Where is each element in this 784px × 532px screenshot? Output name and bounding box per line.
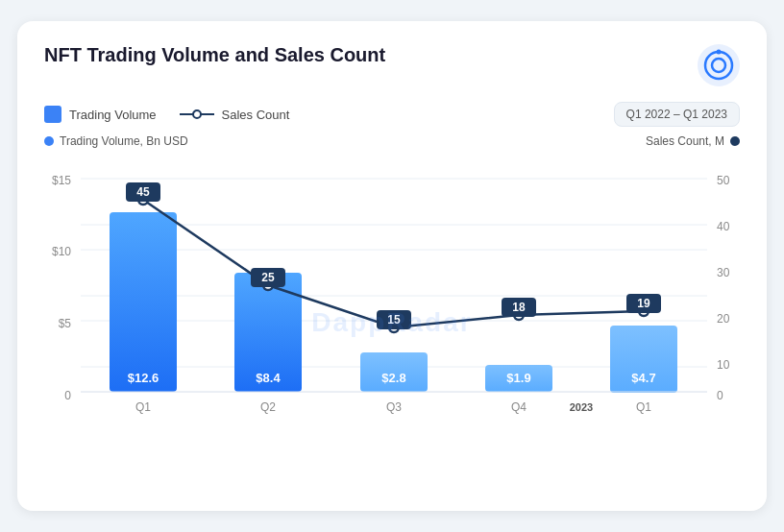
svg-text:20: 20 — [717, 312, 730, 326]
sub-legend-right: Sales Count, M — [646, 134, 740, 148]
sales-line — [143, 200, 644, 327]
svg-point-5 — [193, 110, 201, 118]
date-range-badge[interactable]: Q1 2022 – Q1 2023 — [614, 102, 740, 127]
svg-text:$4.7: $4.7 — [631, 371, 655, 385]
legend-row: Trading Volume Sales Count Q1 2022 – Q1 … — [44, 102, 740, 127]
svg-text:$15: $15 — [52, 174, 71, 187]
svg-text:$8.4: $8.4 — [256, 371, 281, 385]
dappradar-logo — [698, 44, 740, 86]
svg-text:Q1: Q1 — [135, 400, 151, 414]
legend-sales-count: Sales Count — [180, 107, 290, 122]
svg-text:$5: $5 — [59, 317, 72, 330]
sub-legend-right-label: Sales Count, M — [646, 134, 724, 148]
svg-text:50: 50 — [717, 174, 730, 187]
svg-text:$10: $10 — [52, 245, 71, 258]
legend-trading-volume-label: Trading Volume — [69, 108, 157, 122]
dot-dark-icon — [730, 136, 740, 146]
svg-text:40: 40 — [717, 220, 730, 233]
legend-line-icon — [180, 107, 214, 122]
svg-text:Q1: Q1 — [636, 400, 651, 414]
svg-text:19: 19 — [637, 297, 650, 310]
sub-legend-left: Trading Volume, Bn USD — [44, 134, 188, 148]
chart-title: NFT Trading Volume and Sales Count — [44, 44, 385, 66]
svg-text:$2.8: $2.8 — [381, 371, 405, 385]
sub-legend-left-label: Trading Volume, Bn USD — [60, 134, 188, 148]
chart-svg: $15 $10 $5 0 50 40 30 20 10 0 — [44, 159, 740, 486]
legend-sales-count-label: Sales Count — [222, 108, 290, 122]
svg-text:Q2: Q2 — [260, 400, 276, 414]
chart-card: NFT Trading Volume and Sales Count Tradi… — [17, 21, 767, 511]
legend-box-blue — [44, 106, 61, 123]
bar-q1 — [110, 212, 177, 392]
chart-header: NFT Trading Volume and Sales Count — [44, 44, 740, 86]
svg-text:2023: 2023 — [570, 401, 593, 413]
svg-text:18: 18 — [512, 301, 526, 314]
svg-text:$12.6: $12.6 — [128, 371, 159, 385]
svg-point-3 — [717, 50, 722, 55]
svg-text:0: 0 — [64, 389, 71, 402]
svg-text:0: 0 — [717, 389, 723, 402]
svg-text:Q3: Q3 — [386, 400, 402, 414]
svg-text:25: 25 — [261, 271, 275, 284]
svg-text:10: 10 — [717, 358, 730, 372]
legend-trading-volume: Trading Volume — [44, 106, 157, 123]
sub-legend: Trading Volume, Bn USD Sales Count, M — [44, 134, 740, 148]
svg-text:Q4: Q4 — [511, 400, 527, 414]
legend-left: Trading Volume Sales Count — [44, 106, 289, 123]
svg-text:45: 45 — [136, 185, 150, 199]
dot-blue-icon — [44, 136, 54, 146]
svg-text:$1.9: $1.9 — [506, 371, 530, 385]
chart-area: DappRadar $15 $10 $5 0 50 40 30 20 10 0 — [44, 159, 740, 486]
svg-text:15: 15 — [387, 313, 401, 326]
svg-text:30: 30 — [717, 266, 730, 279]
